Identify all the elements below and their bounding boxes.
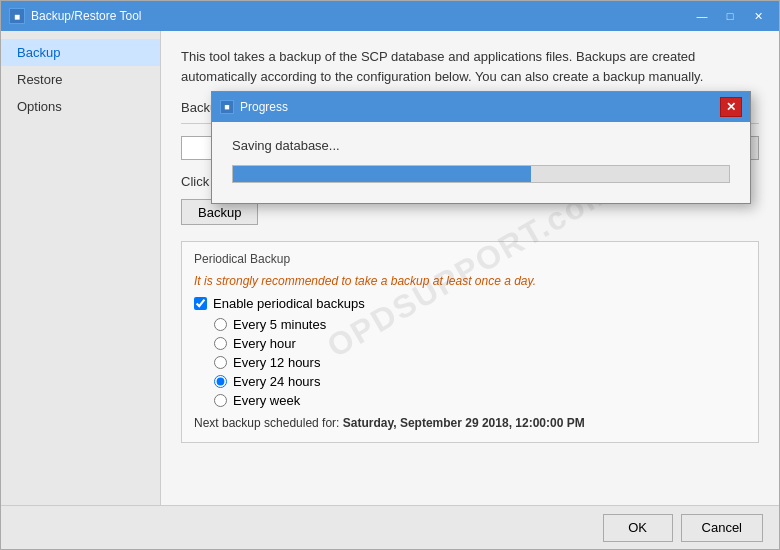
- radio-5min-row: Every 5 minutes: [214, 317, 746, 332]
- minimize-button[interactable]: —: [689, 6, 715, 26]
- restore-button[interactable]: □: [717, 6, 743, 26]
- radio-hour-row: Every hour: [214, 336, 746, 351]
- radio-12hours[interactable]: [214, 356, 227, 369]
- enable-periodical-checkbox[interactable]: [194, 297, 207, 310]
- title-bar-buttons: — □ ✕: [689, 6, 771, 26]
- progress-close-button[interactable]: ✕: [720, 97, 742, 117]
- description-text: This tool takes a backup of the SCP data…: [181, 47, 759, 86]
- main-window: ■ Backup/Restore Tool — □ ✕ Backup Resto…: [0, 0, 780, 550]
- radio-24hours[interactable]: [214, 375, 227, 388]
- radio-5min[interactable]: [214, 318, 227, 331]
- bottom-bar: OK Cancel: [1, 505, 779, 549]
- sidebar-item-backup[interactable]: Backup: [1, 39, 160, 66]
- radio-hour[interactable]: [214, 337, 227, 350]
- enable-periodical-row: Enable periodical backups: [194, 296, 746, 311]
- radio-12hours-row: Every 12 hours: [214, 355, 746, 370]
- radio-hour-label: Every hour: [233, 336, 296, 351]
- sidebar-item-options[interactable]: Options: [1, 93, 160, 120]
- ok-button[interactable]: OK: [603, 514, 673, 542]
- progress-title-bar: ■ Progress ✕: [212, 92, 750, 122]
- recommend-text: It is strongly recommended to take a bac…: [194, 274, 746, 288]
- next-backup-value: Saturday, September 29 2018, 12:00:00 PM: [343, 416, 585, 430]
- sidebar-item-restore[interactable]: Restore: [1, 66, 160, 93]
- progress-dialog: ■ Progress ✕ Saving database...: [211, 91, 751, 204]
- periodical-section-title: Periodical Backup: [194, 252, 746, 266]
- enable-periodical-label: Enable periodical backups: [213, 296, 365, 311]
- next-backup-text: Next backup scheduled for: Saturday, Sep…: [194, 416, 746, 430]
- radio-week[interactable]: [214, 394, 227, 407]
- window-title: Backup/Restore Tool: [31, 9, 689, 23]
- sidebar: Backup Restore Options: [1, 31, 161, 505]
- close-button[interactable]: ✕: [745, 6, 771, 26]
- window-body: Backup Restore Options OPDSUPPORT.com Th…: [1, 31, 779, 505]
- title-bar: ■ Backup/Restore Tool — □ ✕: [1, 1, 779, 31]
- progress-icon: ■: [220, 100, 234, 114]
- radio-5min-label: Every 5 minutes: [233, 317, 326, 332]
- progress-title: Progress: [240, 100, 720, 114]
- radio-12hours-label: Every 12 hours: [233, 355, 320, 370]
- cancel-button[interactable]: Cancel: [681, 514, 763, 542]
- radio-week-row: Every week: [214, 393, 746, 408]
- progress-body: Saving database...: [212, 122, 750, 203]
- radio-24hours-label: Every 24 hours: [233, 374, 320, 389]
- periodical-backup-section: Periodical Backup It is strongly recomme…: [181, 241, 759, 443]
- progress-bar-container: [232, 165, 730, 183]
- radio-week-label: Every week: [233, 393, 300, 408]
- main-content: OPDSUPPORT.com This tool takes a backup …: [161, 31, 779, 505]
- radio-24hours-row: Every 24 hours: [214, 374, 746, 389]
- progress-bar-fill: [233, 166, 531, 182]
- saving-text: Saving database...: [232, 138, 730, 153]
- window-icon: ■: [9, 8, 25, 24]
